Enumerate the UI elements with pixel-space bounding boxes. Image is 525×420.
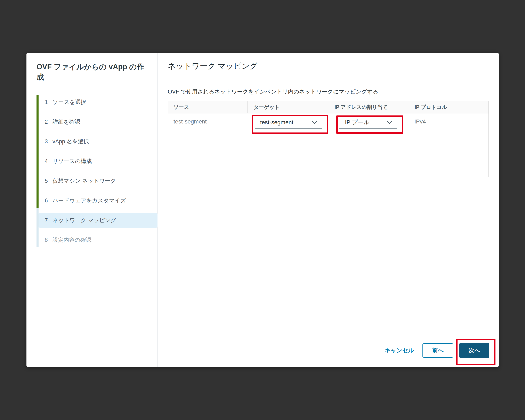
step-number: 3	[45, 139, 53, 145]
step-list: 1 ソースを選択 2 詳細を確認 3 vApp 名を選択 4 リソースの構成 5…	[38, 95, 158, 252]
chevron-down-icon	[312, 121, 317, 124]
step-number: 4	[45, 158, 53, 165]
sidebar-step-customize-hardware[interactable]: 6 ハードウェアをカスタマイズ	[38, 193, 158, 208]
sidebar-step-select-source[interactable]: 1 ソースを選択	[38, 95, 158, 110]
step-number: 8	[45, 237, 53, 243]
column-header-ip-protocol: IP プロトコル	[408, 101, 489, 113]
page-description: OVF で使用されるネットワークをインベントリ内のネットワークにマッピングする	[168, 88, 378, 95]
step-label: ハードウェアをカスタマイズ	[53, 197, 126, 204]
step-label: ネットワーク マッピング	[53, 216, 116, 224]
sidebar-step-review-details[interactable]: 2 詳細を確認	[38, 114, 158, 129]
wizard-footer-actions: キャンセル 前へ 次へ	[385, 343, 489, 358]
step-label: 詳細を確認	[53, 118, 80, 125]
wizard-title: OVF ファイルからの vApp の作成	[37, 62, 147, 82]
step-number: 5	[45, 178, 53, 184]
cell-ip-protocol: IPv4	[408, 113, 489, 144]
target-network-selected-value: test-segment	[255, 119, 293, 126]
step-label: 仮想マシン ネットワーク	[53, 177, 116, 185]
table-row: test-segment test-segment	[168, 113, 488, 144]
network-mapping-table: ソース ターゲット IP アドレスの割り当て IP プロトコル test-seg…	[168, 101, 489, 177]
step-label: リソースの構成	[53, 158, 92, 165]
step-number: 1	[45, 99, 53, 105]
page-title: ネットワーク マッピング	[168, 61, 257, 71]
next-button[interactable]: 次へ	[459, 343, 489, 358]
column-header-target: ターゲット	[247, 101, 328, 113]
step-label: vApp 名を選択	[53, 138, 89, 145]
sidebar-step-configure-resources[interactable]: 4 リソースの構成	[38, 154, 158, 168]
cancel-button[interactable]: キャンセル	[385, 346, 414, 354]
desktop-background: { "wizard": { "title": "OVF ファイルからの vApp…	[0, 0, 525, 420]
remaining-steps-bar	[37, 208, 38, 247]
column-header-ip-assignment: IP アドレスの割り当て	[328, 101, 408, 113]
step-number: 2	[45, 119, 53, 125]
ip-protocol-value: IPv4	[408, 113, 489, 125]
cell-target: test-segment	[247, 113, 328, 144]
completed-steps-bar	[37, 95, 38, 208]
column-header-source: ソース	[168, 101, 247, 113]
sidebar-step-vm-networks[interactable]: 5 仮想マシン ネットワーク	[38, 174, 158, 188]
ip-assignment-select[interactable]: IP プール	[339, 116, 397, 129]
step-label: 設定内容の確認	[53, 236, 92, 244]
ip-assignment-selected-value: IP プール	[339, 119, 369, 126]
wizard-content-pane: ネットワーク マッピング OVF で使用されるネットワークをインベントリ内のネッ…	[158, 53, 499, 367]
sidebar-step-review-settings: 8 設定内容の確認	[38, 233, 158, 247]
step-label: ソースを選択	[53, 98, 86, 106]
create-vapp-wizard-dialog: OVF ファイルからの vApp の作成 1 ソースを選択 2 詳細を確認 3 …	[27, 53, 499, 367]
cell-ip-assignment: IP プール	[328, 113, 408, 144]
table-header-row: ソース ターゲット IP アドレスの割り当て IP プロトコル	[168, 101, 488, 113]
step-number: 6	[45, 197, 53, 204]
sidebar-step-select-vapp-name[interactable]: 3 vApp 名を選択	[38, 134, 158, 149]
target-network-select[interactable]: test-segment	[255, 116, 322, 129]
wizard-step-sidebar: OVF ファイルからの vApp の作成 1 ソースを選択 2 詳細を確認 3 …	[27, 53, 158, 367]
cell-source: test-segment	[168, 113, 247, 144]
next-button-wrapper: 次へ	[459, 343, 489, 358]
previous-button[interactable]: 前へ	[422, 343, 453, 358]
step-number: 7	[45, 217, 53, 224]
sidebar-step-network-mapping[interactable]: 7 ネットワーク マッピング	[38, 213, 158, 228]
source-network-name: test-segment	[168, 113, 247, 125]
chevron-down-icon	[387, 121, 392, 124]
